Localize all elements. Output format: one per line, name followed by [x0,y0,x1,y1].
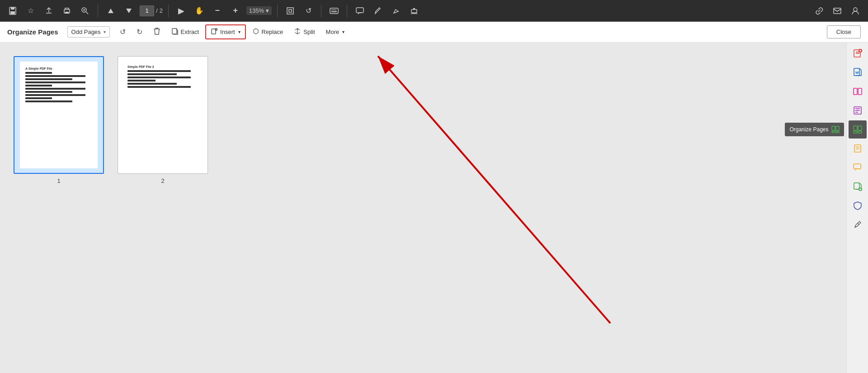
svg-rect-17 [335,10,336,10]
page2-number: 2 [161,177,164,184]
tools-sidebar-icon[interactable] [849,215,867,234]
hand-tool-icon[interactable]: ✋ [192,4,207,18]
top-toolbar: ☆ 1 / 2 ▶ ✋ − + 135% ▾ ↺ [0,0,868,22]
total-pages: 2 [160,7,163,14]
replace-icon [252,28,259,36]
link-icon[interactable] [812,4,826,18]
page-up-icon[interactable] [104,4,118,18]
extract-button[interactable]: Extract [167,25,203,38]
svg-rect-39 [858,88,862,95]
page-thumb-1[interactable]: A Simple PDF File 1 [14,56,104,184]
export-word-sidebar-icon[interactable]: W [849,63,867,81]
pages-area: A Simple PDF File 1 Simple [0,43,846,373]
page-filter-dropdown[interactable]: Odd Pages ▾ [67,26,110,38]
stamp-icon[interactable] [407,4,421,18]
pen-icon[interactable] [371,4,385,18]
svg-rect-51 [832,131,835,133]
form-sidebar-icon[interactable] [849,101,867,120]
keyboard-icon[interactable] [327,4,341,18]
svg-rect-2 [10,11,15,14]
svg-marker-10 [126,9,132,13]
comment-sidebar-icon[interactable] [849,158,867,177]
search-zoom-icon[interactable] [78,4,92,18]
page-filter-label: Odd Pages [71,29,101,35]
notes-sidebar-icon[interactable] [849,139,867,158]
svg-line-6 [86,12,88,14]
split-button[interactable]: Split [289,25,319,38]
right-sidebar: W Organize Pages [846,43,868,373]
page2-line1 [127,70,191,72]
page-navigation: 1 / 2 [140,5,163,16]
bookmark-icon[interactable]: ☆ [24,4,38,18]
page-thumb-2[interactable]: Simple PDF File 2 2 [118,56,208,184]
delete-icon [153,27,160,37]
rotate-left-button[interactable]: ↺ [115,25,130,38]
email-icon[interactable] [830,4,844,18]
comment-icon[interactable] [353,4,367,18]
organize-tooltip-label: Organize Pages [789,126,828,133]
highlight-icon[interactable] [389,4,403,18]
svg-rect-16 [334,10,335,10]
page-preview-2: Simple PDF File 2 [124,62,202,168]
split-icon [294,28,301,36]
user-icon[interactable] [848,4,863,18]
shield-sidebar-icon[interactable] [849,196,867,215]
page-preview-1: A Simple PDF File [20,62,98,168]
fit-page-icon[interactable] [283,4,297,18]
page-thumbnail-2: Simple PDF File 2 [118,56,208,174]
compare-sidebar-icon[interactable] [849,82,867,100]
more-button[interactable]: More ▾ [321,26,349,38]
svg-rect-22 [834,8,841,14]
page-filter-arrow-icon: ▾ [104,29,106,34]
print-icon[interactable] [60,4,74,18]
svg-rect-15 [333,10,334,10]
page1-line6 [25,88,85,90]
save-icon[interactable] [5,4,20,18]
svg-rect-24 [172,29,177,34]
svg-marker-9 [108,9,113,13]
page-separator: / [156,7,158,14]
extract-label: Extract [181,29,199,35]
rotate-left-icon: ↺ [120,28,126,36]
export-sidebar-icon[interactable] [849,177,867,196]
svg-point-23 [854,8,857,11]
current-page-input[interactable]: 1 [140,5,154,16]
close-button[interactable]: Close [827,25,861,38]
insert-button[interactable]: Insert ▾ [205,24,246,39]
svg-rect-48 [858,131,862,133]
organize-toolbar: Organize Pages Odd Pages ▾ ↺ ↻ Extract I… [0,22,868,43]
insert-dropdown-icon: ▾ [238,29,241,34]
more-label: More [326,29,340,35]
svg-rect-50 [836,126,839,130]
page2-line5 [127,83,177,85]
page2-line4 [127,80,156,81]
extract-icon [171,28,179,36]
replace-button[interactable]: Replace [248,25,288,38]
svg-rect-45 [854,126,857,130]
organize-pages-sidebar-icon[interactable]: Organize Pages [849,120,867,139]
separator3 [277,5,278,17]
svg-rect-11 [287,8,293,14]
delete-button[interactable] [149,25,165,39]
svg-rect-57 [854,183,859,189]
organize-tooltip: Organize Pages [785,123,844,136]
zoom-out-icon[interactable]: − [210,4,225,18]
page2-line3 [127,77,191,78]
svg-point-59 [854,226,856,228]
pdf-edit-sidebar-icon[interactable] [849,44,867,62]
upload-cloud-icon[interactable] [42,4,56,18]
replace-label: Replace [262,29,283,35]
page1-line4 [25,81,85,83]
main-content: A Simple PDF File 1 Simple [0,43,868,373]
page1-title: A Simple PDF File [25,67,92,70]
zoom-control[interactable]: 135% ▾ [246,6,272,15]
separator2 [168,5,169,17]
cursor-tool-icon[interactable]: ▶ [174,4,189,18]
svg-text:W: W [855,71,859,75]
rotate-right-button[interactable]: ↻ [132,25,147,38]
rotate-icon[interactable]: ↺ [301,4,316,18]
zoom-in-icon[interactable]: + [228,4,243,18]
svg-rect-21 [413,8,415,10]
page-down-icon[interactable] [122,4,136,18]
page2-line6 [127,86,191,88]
